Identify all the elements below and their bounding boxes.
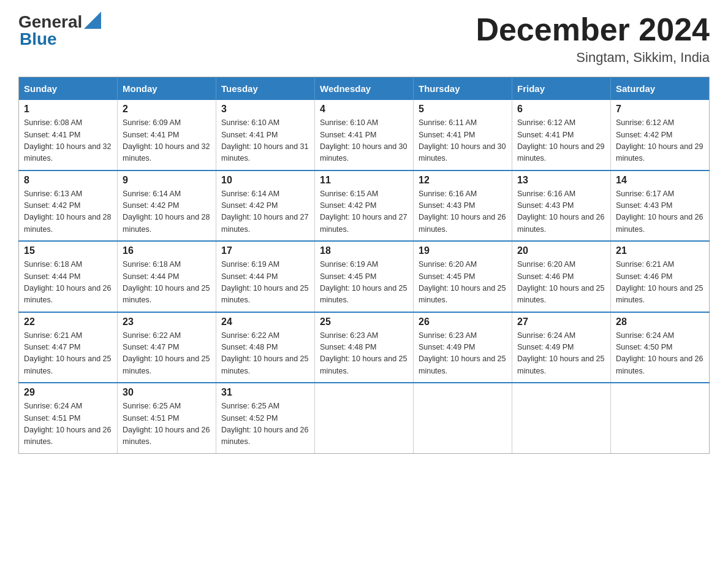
calendar-cell: 12 Sunrise: 6:16 AMSunset: 4:43 PMDaylig…	[414, 170, 512, 242]
calendar-cell: 31 Sunrise: 6:25 AMSunset: 4:52 PMDaylig…	[216, 383, 315, 453]
day-number: 31	[221, 387, 309, 398]
calendar-cell: 2 Sunrise: 6:09 AMSunset: 4:41 PMDayligh…	[118, 100, 216, 170]
day-info: Sunrise: 6:15 AMSunset: 4:42 PMDaylight:…	[320, 188, 408, 236]
day-number: 22	[24, 316, 112, 327]
day-info: Sunrise: 6:14 AMSunset: 4:42 PMDaylight:…	[221, 188, 309, 236]
calendar-cell: 9 Sunrise: 6:14 AMSunset: 4:42 PMDayligh…	[118, 170, 216, 242]
calendar-cell: 30 Sunrise: 6:25 AMSunset: 4:51 PMDaylig…	[118, 383, 216, 453]
day-number: 20	[517, 245, 605, 256]
calendar-cell: 3 Sunrise: 6:10 AMSunset: 4:41 PMDayligh…	[216, 100, 315, 170]
calendar-cell: 29 Sunrise: 6:24 AMSunset: 4:51 PMDaylig…	[19, 383, 118, 453]
logo-blue-text: Blue	[20, 29, 57, 49]
calendar-cell: 15 Sunrise: 6:18 AMSunset: 4:44 PMDaylig…	[19, 241, 118, 312]
day-info: Sunrise: 6:11 AMSunset: 4:41 PMDaylight:…	[419, 117, 507, 165]
day-info: Sunrise: 6:13 AMSunset: 4:42 PMDaylight:…	[24, 188, 112, 236]
calendar-cell: 10 Sunrise: 6:14 AMSunset: 4:42 PMDaylig…	[216, 170, 315, 242]
calendar-cell: 17 Sunrise: 6:19 AMSunset: 4:44 PMDaylig…	[216, 241, 315, 312]
day-info: Sunrise: 6:10 AMSunset: 4:41 PMDaylight:…	[320, 117, 408, 165]
day-info: Sunrise: 6:23 AMSunset: 4:48 PMDaylight:…	[320, 330, 408, 378]
calendar-cell	[315, 383, 414, 453]
day-number: 5	[419, 104, 507, 115]
day-number: 4	[320, 104, 408, 115]
calendar-cell: 24 Sunrise: 6:22 AMSunset: 4:48 PMDaylig…	[216, 312, 315, 383]
calendar-cell: 23 Sunrise: 6:22 AMSunset: 4:47 PMDaylig…	[118, 312, 216, 383]
day-number: 29	[24, 387, 112, 398]
day-number: 16	[123, 245, 211, 256]
day-number: 18	[320, 245, 408, 256]
day-number: 26	[419, 316, 507, 327]
day-number: 19	[419, 245, 507, 256]
calendar-cell: 27 Sunrise: 6:24 AMSunset: 4:49 PMDaylig…	[512, 312, 611, 383]
day-info: Sunrise: 6:18 AMSunset: 4:44 PMDaylight:…	[24, 259, 112, 307]
calendar-cell: 8 Sunrise: 6:13 AMSunset: 4:42 PMDayligh…	[19, 170, 118, 242]
day-number: 2	[123, 104, 211, 115]
header-thursday: Thursday	[414, 77, 512, 101]
day-info: Sunrise: 6:21 AMSunset: 4:46 PMDaylight:…	[616, 259, 704, 307]
calendar-cell	[611, 383, 710, 453]
day-info: Sunrise: 6:17 AMSunset: 4:43 PMDaylight:…	[616, 188, 704, 236]
calendar-cell: 20 Sunrise: 6:20 AMSunset: 4:46 PMDaylig…	[512, 241, 611, 312]
calendar-cell: 13 Sunrise: 6:16 AMSunset: 4:43 PMDaylig…	[512, 170, 611, 242]
header-sunday: Sunday	[19, 77, 118, 101]
title-area: December 2024 Singtam, Sikkim, India	[476, 12, 710, 66]
calendar-cell: 4 Sunrise: 6:10 AMSunset: 4:41 PMDayligh…	[315, 100, 414, 170]
svg-marker-0	[84, 12, 101, 29]
calendar-cell: 28 Sunrise: 6:24 AMSunset: 4:50 PMDaylig…	[611, 312, 710, 383]
day-info: Sunrise: 6:12 AMSunset: 4:41 PMDaylight:…	[517, 117, 605, 165]
calendar-cell: 1 Sunrise: 6:08 AMSunset: 4:41 PMDayligh…	[19, 100, 118, 170]
calendar-cell: 25 Sunrise: 6:23 AMSunset: 4:48 PMDaylig…	[315, 312, 414, 383]
header-monday: Monday	[118, 77, 216, 101]
day-info: Sunrise: 6:24 AMSunset: 4:49 PMDaylight:…	[517, 330, 605, 378]
day-number: 28	[616, 316, 704, 327]
calendar-week-row: 29 Sunrise: 6:24 AMSunset: 4:51 PMDaylig…	[19, 383, 710, 453]
day-number: 1	[24, 104, 112, 115]
month-title: December 2024	[476, 12, 710, 47]
calendar-cell: 11 Sunrise: 6:15 AMSunset: 4:42 PMDaylig…	[315, 170, 414, 242]
header-wednesday: Wednesday	[315, 77, 414, 101]
day-number: 3	[221, 104, 309, 115]
day-info: Sunrise: 6:20 AMSunset: 4:46 PMDaylight:…	[517, 259, 605, 307]
day-info: Sunrise: 6:14 AMSunset: 4:42 PMDaylight:…	[123, 188, 211, 236]
header-saturday: Saturday	[611, 77, 710, 101]
day-info: Sunrise: 6:19 AMSunset: 4:45 PMDaylight:…	[320, 259, 408, 307]
day-number: 15	[24, 245, 112, 256]
day-info: Sunrise: 6:22 AMSunset: 4:47 PMDaylight:…	[123, 330, 211, 378]
day-number: 7	[616, 104, 704, 115]
header-friday: Friday	[512, 77, 611, 101]
day-number: 21	[616, 245, 704, 256]
calendar-cell: 16 Sunrise: 6:18 AMSunset: 4:44 PMDaylig…	[118, 241, 216, 312]
calendar-table: SundayMondayTuesdayWednesdayThursdayFrid…	[18, 77, 710, 454]
calendar-header-row: SundayMondayTuesdayWednesdayThursdayFrid…	[19, 77, 710, 101]
day-info: Sunrise: 6:20 AMSunset: 4:45 PMDaylight:…	[419, 259, 507, 307]
day-number: 30	[123, 387, 211, 398]
calendar-week-row: 1 Sunrise: 6:08 AMSunset: 4:41 PMDayligh…	[19, 100, 710, 170]
day-info: Sunrise: 6:08 AMSunset: 4:41 PMDaylight:…	[24, 117, 112, 165]
calendar-week-row: 8 Sunrise: 6:13 AMSunset: 4:42 PMDayligh…	[19, 170, 710, 242]
day-info: Sunrise: 6:16 AMSunset: 4:43 PMDaylight:…	[419, 188, 507, 236]
day-number: 9	[123, 175, 211, 186]
calendar-week-row: 22 Sunrise: 6:21 AMSunset: 4:47 PMDaylig…	[19, 312, 710, 383]
day-number: 8	[24, 175, 112, 186]
day-number: 13	[517, 175, 605, 186]
day-info: Sunrise: 6:09 AMSunset: 4:41 PMDaylight:…	[123, 117, 211, 165]
day-info: Sunrise: 6:12 AMSunset: 4:42 PMDaylight:…	[616, 117, 704, 165]
day-info: Sunrise: 6:19 AMSunset: 4:44 PMDaylight:…	[221, 259, 309, 307]
day-info: Sunrise: 6:24 AMSunset: 4:51 PMDaylight:…	[24, 400, 112, 448]
logo-triangle-icon	[84, 12, 101, 29]
calendar-cell: 21 Sunrise: 6:21 AMSunset: 4:46 PMDaylig…	[611, 241, 710, 312]
calendar-cell: 18 Sunrise: 6:19 AMSunset: 4:45 PMDaylig…	[315, 241, 414, 312]
day-number: 10	[221, 175, 309, 186]
day-info: Sunrise: 6:21 AMSunset: 4:47 PMDaylight:…	[24, 330, 112, 378]
day-number: 27	[517, 316, 605, 327]
calendar-cell: 26 Sunrise: 6:23 AMSunset: 4:49 PMDaylig…	[414, 312, 512, 383]
day-info: Sunrise: 6:10 AMSunset: 4:41 PMDaylight:…	[221, 117, 309, 165]
header-tuesday: Tuesday	[216, 77, 315, 101]
calendar-week-row: 15 Sunrise: 6:18 AMSunset: 4:44 PMDaylig…	[19, 241, 710, 312]
day-number: 25	[320, 316, 408, 327]
day-number: 23	[123, 316, 211, 327]
logo: General Blue	[18, 12, 101, 49]
day-number: 12	[419, 175, 507, 186]
day-number: 14	[616, 175, 704, 186]
calendar-cell: 6 Sunrise: 6:12 AMSunset: 4:41 PMDayligh…	[512, 100, 611, 170]
day-info: Sunrise: 6:16 AMSunset: 4:43 PMDaylight:…	[517, 188, 605, 236]
